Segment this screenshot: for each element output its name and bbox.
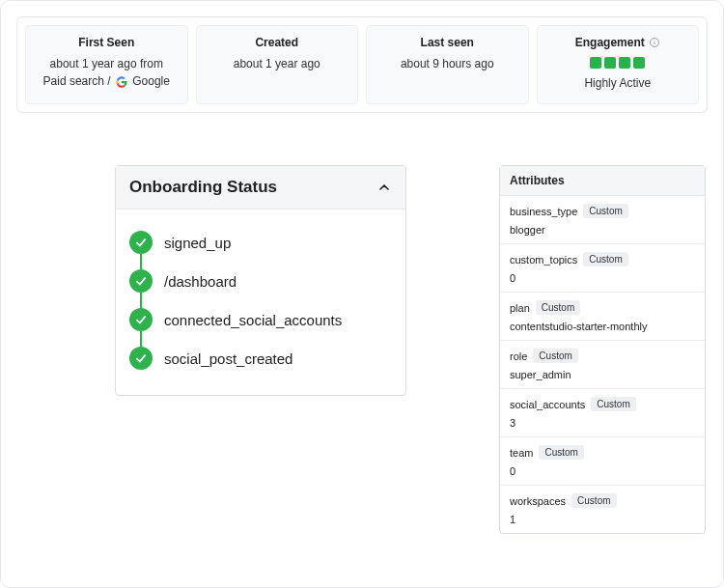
onboarding-step: connected_social_accounts [129, 300, 392, 339]
stat-first-seen: First Seen about 1 year ago from Paid se… [25, 25, 188, 104]
attr-value: 1 [510, 514, 695, 525]
engagement-title-text: Engagement [575, 36, 645, 49]
source-prefix: Paid search / [43, 74, 111, 88]
stat-title: Last seen [421, 36, 474, 49]
attr-key: team [510, 447, 533, 459]
onboarding-panel: Onboarding Status signed_up [115, 165, 406, 396]
last-seen-value: about 9 hours ago [401, 55, 494, 72]
check-icon [129, 308, 153, 331]
custom-badge: Custom [539, 445, 583, 460]
attr-value: super_admin [510, 369, 695, 380]
attr-key: social_accounts [510, 399, 585, 410]
stat-title: Created [255, 36, 298, 49]
chevron-up-icon[interactable] [376, 180, 392, 195]
attribute-row: social_accounts Custom 3 [500, 389, 705, 437]
attr-key: business_type [510, 206, 577, 217]
attribute-row: workspaces Custom 1 [500, 486, 705, 533]
check-icon [129, 269, 153, 293]
attribute-row: business_type Custom blogger [500, 196, 705, 244]
stats-row: First Seen about 1 year ago from Paid se… [16, 16, 708, 113]
attr-key: workspaces [510, 495, 566, 507]
custom-badge: Custom [536, 300, 580, 315]
onboarding-steps: signed_up /dashboard connected_social_ac… [129, 223, 392, 378]
custom-badge: Custom [533, 349, 577, 363]
step-label: social_post_created [164, 350, 292, 367]
stat-title: First Seen [78, 36, 134, 49]
onboarding-step: social_post_created [129, 339, 392, 378]
custom-badge: Custom [591, 397, 635, 411]
attributes-panel: Attributes business_type Custom blogger … [499, 165, 706, 534]
onboarding-step: signed_up [129, 223, 392, 262]
attr-key: plan [510, 302, 530, 314]
attr-key: custom_topics [510, 254, 577, 266]
engagement-level-bars [590, 57, 645, 69]
attr-value: 3 [510, 417, 695, 429]
onboarding-step: /dashboard [129, 262, 392, 300]
google-icon [116, 76, 127, 88]
attr-value: 0 [510, 465, 695, 477]
onboarding-body: signed_up /dashboard connected_social_ac… [116, 210, 405, 395]
stat-engagement: Engagement Highly Active [537, 25, 700, 104]
attr-key: role [510, 350, 527, 362]
attr-value: contentstudio-starter-monthly [510, 321, 695, 332]
stat-title: Engagement [575, 36, 660, 49]
stat-last-seen: Last seen about 9 hours ago [366, 25, 529, 104]
attributes-title: Attributes [500, 166, 705, 196]
step-label: signed_up [164, 235, 231, 251]
attribute-row: team Custom 0 [500, 437, 705, 486]
step-label: /dashboard [164, 273, 237, 290]
engagement-level: Highly Active [584, 74, 651, 92]
attribute-row: plan Custom contentstudio-starter-monthl… [500, 293, 705, 341]
created-value: about 1 year ago [234, 55, 320, 72]
custom-badge: Custom [583, 252, 627, 266]
first-seen-source: Paid search / Google [43, 72, 170, 90]
first-seen-line1: about 1 year ago from [50, 55, 163, 72]
source-name: Google [132, 74, 170, 88]
attribute-row: custom_topics Custom 0 [500, 244, 705, 293]
custom-badge: Custom [583, 204, 627, 218]
step-label: connected_social_accounts [164, 312, 342, 328]
check-icon [129, 231, 153, 254]
info-icon[interactable] [649, 37, 660, 48]
attr-value: blogger [510, 224, 695, 236]
stat-created: Created about 1 year ago [196, 25, 359, 104]
onboarding-title: Onboarding Status [129, 178, 277, 197]
attribute-row: role Custom super_admin [500, 341, 705, 389]
onboarding-header[interactable]: Onboarding Status [116, 166, 405, 210]
attr-value: 0 [510, 272, 695, 284]
svg-point-2 [654, 41, 654, 42]
custom-badge: Custom [571, 493, 616, 508]
check-icon [129, 347, 153, 370]
page-container: First Seen about 1 year ago from Paid se… [0, 0, 724, 588]
